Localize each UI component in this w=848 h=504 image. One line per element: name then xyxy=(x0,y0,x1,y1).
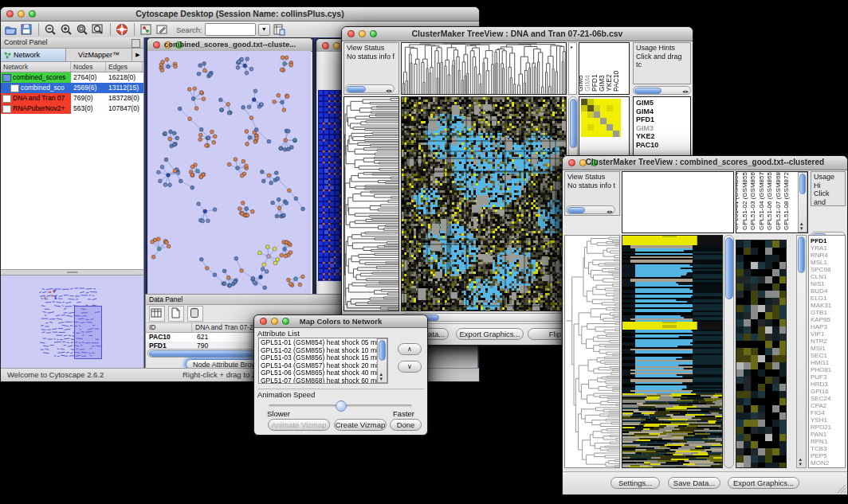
tv2-button-save-data-[interactable]: Save Data... xyxy=(668,477,720,489)
attribute-browser-icon[interactable] xyxy=(273,23,286,37)
zoom-selected-icon[interactable] xyxy=(76,23,89,37)
column-header-network[interactable]: Network xyxy=(1,62,71,72)
tv2-gene-label[interactable]: YSH1 xyxy=(811,416,843,424)
network-overview-thumbnail[interactable] xyxy=(1,275,143,369)
tv2-button-export-graphics-[interactable]: Export Graphics... xyxy=(728,477,799,489)
main-titlebar[interactable]: Cytoscape Desktop (Session Name: collins… xyxy=(1,7,479,21)
annotation-icon[interactable] xyxy=(155,23,169,37)
tv2-gene-label[interactable]: MAK31 xyxy=(811,302,843,309)
tv2-heatmap[interactable] xyxy=(622,236,722,467)
resize-grip-icon[interactable] xyxy=(836,483,846,494)
tv1-gene-label[interactable]: YKE2 xyxy=(636,132,688,141)
data-column-header[interactable]: ID xyxy=(146,323,192,332)
column-header-nodes[interactable]: Nodes xyxy=(71,62,106,72)
tv2-gene-label[interactable]: KAP95 xyxy=(811,316,843,323)
tv2-gene-label[interactable]: YRA1 xyxy=(811,244,843,252)
treeview2-titlebar[interactable]: ClusterMaker TreeView : combined_scores_… xyxy=(563,156,847,170)
column-header-edges[interactable]: Edges xyxy=(106,62,143,72)
tv2-gene-label[interactable]: ELG1 xyxy=(811,295,843,302)
dialog-button-done[interactable]: Done xyxy=(390,419,422,431)
zoom-out-icon[interactable] xyxy=(44,23,57,37)
network-table-row[interactable]: DNA and Tran 07769(0)183728(0) xyxy=(1,93,143,104)
tv2-gene-label[interactable]: PUF3 xyxy=(811,373,843,381)
open-folder-icon[interactable] xyxy=(4,23,18,37)
tv2-row-dendrogram[interactable] xyxy=(565,236,619,467)
network-overview-panel[interactable] xyxy=(1,275,143,369)
search-dropdown-button[interactable]: ▾ xyxy=(258,24,270,36)
attribute-list[interactable]: GPL51-01 (GSM854) heat shock 05 minGPL51… xyxy=(258,338,388,384)
tv2-gene-label[interactable]: FIG4 xyxy=(811,409,843,416)
tv2-status-hscrollbar[interactable]: ◂▸ xyxy=(566,205,615,214)
tv2-gene-label[interactable]: MON2 xyxy=(811,459,843,467)
vizmapper-icon[interactable] xyxy=(139,23,153,37)
attribute-list-vscrollbar[interactable]: ▴▾ xyxy=(377,338,387,383)
tv2-gene-label[interactable]: CPA2 xyxy=(811,402,843,409)
frame-close-button[interactable] xyxy=(322,42,329,49)
tv1-zoom-matrix[interactable] xyxy=(581,99,621,137)
tv2-collabels-vscrollbar[interactable]: ▴▾ xyxy=(798,172,807,232)
tv2-gene-label[interactable]: SEC1 xyxy=(811,352,843,359)
tv2-zoom-heatmap[interactable] xyxy=(736,240,786,467)
tv1-status-hscrollbar[interactable]: ◂▸ xyxy=(345,84,395,93)
tv2-gene-label[interactable]: PFD1 xyxy=(811,237,843,244)
float-panel-icon[interactable] xyxy=(132,39,140,48)
new-attribute-icon[interactable] xyxy=(168,306,184,322)
search-input[interactable] xyxy=(205,23,256,36)
tv2-gene-label[interactable]: VIP1 xyxy=(811,330,843,338)
network-table-row[interactable]: combined_scores2764(0)16218(0) xyxy=(1,72,143,83)
zoom-fit-icon[interactable] xyxy=(92,23,105,37)
tv2-gene-label[interactable]: SPC98 xyxy=(811,266,843,273)
tv1-gene-label[interactable]: GIM4 xyxy=(636,107,688,116)
tab-overflow-button[interactable]: ▶ xyxy=(132,49,143,61)
tv2-gene-label[interactable]: PEP5 xyxy=(811,452,843,459)
tv2-gene-label[interactable]: PAN1 xyxy=(811,431,843,438)
tv2-gene-label[interactable]: RPO21 xyxy=(811,424,843,431)
tv2-gene-list[interactable]: PFD1YRA1RNR4MSL1SPC98CLN1NIS1BUD4ELG1MAK… xyxy=(808,235,846,468)
tv1-gene-label[interactable]: GIM3 xyxy=(636,124,688,133)
tv2-column-dendrogram[interactable] xyxy=(622,171,734,233)
delete-attribute-icon[interactable] xyxy=(187,306,203,322)
dialog-button-create-vizmap[interactable]: Create Vizmap xyxy=(334,419,387,431)
tv2-gene-label[interactable]: RNR4 xyxy=(811,252,843,259)
tv2-gene-label[interactable]: RPN1 xyxy=(811,438,843,445)
tv2-zoom-vscrollbar[interactable]: ▴▾ xyxy=(796,235,807,468)
attribute-list-item[interactable]: GPL51-07 (GSM868) heat shock 60 min xyxy=(261,377,386,384)
tv2-gene-label[interactable]: SEC24 xyxy=(811,395,843,402)
slider-thumb[interactable] xyxy=(336,400,347,412)
panel-splitter[interactable] xyxy=(1,269,143,275)
tv2-gene-label[interactable]: BUD4 xyxy=(811,287,843,295)
tv1-hints-hscrollbar[interactable]: ◂▸ xyxy=(633,86,691,95)
tv1-column-dendrogram[interactable] xyxy=(402,43,566,94)
tab-vizmapper[interactable]: VizMapper™ xyxy=(66,49,132,61)
tv2-gene-label[interactable]: HRD3 xyxy=(811,381,843,388)
tv2-gene-label[interactable]: TCB3 xyxy=(811,445,843,452)
move-down-button[interactable]: ∨ xyxy=(398,361,422,373)
frame-minimize-button[interactable] xyxy=(333,42,340,49)
tv1-button-export-graphics-[interactable]: Export Graphics... xyxy=(456,328,524,340)
tv2-gene-label[interactable]: PHO81 xyxy=(811,366,843,373)
animation-speed-slider[interactable] xyxy=(269,404,412,407)
tv2-gene-label[interactable]: MSL1 xyxy=(811,259,843,266)
tv2-gene-label[interactable]: HMG1 xyxy=(811,359,843,366)
tv2-gene-label[interactable]: CLN1 xyxy=(811,273,843,280)
attribute-select-icon[interactable] xyxy=(149,306,165,322)
move-up-button[interactable]: ∧ xyxy=(398,343,422,355)
treeview1-titlebar[interactable]: ClusterMaker TreeView : DNA and Tran 07-… xyxy=(342,27,693,41)
tv2-gene-label[interactable]: NIS1 xyxy=(811,280,843,287)
tv1-row-dendrogram[interactable] xyxy=(344,97,398,311)
network-view-frame[interactable]: combined_scores_good.txt--cluste... xyxy=(147,37,313,295)
network-canvas[interactable] xyxy=(147,51,311,294)
tv2-gene-label[interactable]: MSI1 xyxy=(811,345,843,352)
network-table-row[interactable]: RNAPuberNov2+563(0)107847(0) xyxy=(1,104,143,114)
tv1-gene-label[interactable]: PFD1 xyxy=(636,115,688,124)
network-table-row[interactable]: combined_sco2569(6)13112(15) xyxy=(1,83,143,93)
save-icon[interactable] xyxy=(20,23,33,37)
help-lifesaver-icon[interactable] xyxy=(116,23,129,37)
tab-network[interactable]: Network xyxy=(1,49,66,61)
zoom-in-icon[interactable] xyxy=(60,23,73,37)
map-dialog-titlebar[interactable]: Map Colors to Network xyxy=(254,315,427,328)
tv1-gene-label[interactable]: PAC10 xyxy=(636,141,688,150)
tv2-heatmap-vscrollbar[interactable] xyxy=(724,235,734,468)
tv2-gene-label[interactable]: NTR2 xyxy=(811,338,843,345)
tv2-button-settings-[interactable]: Settings... xyxy=(610,477,660,489)
